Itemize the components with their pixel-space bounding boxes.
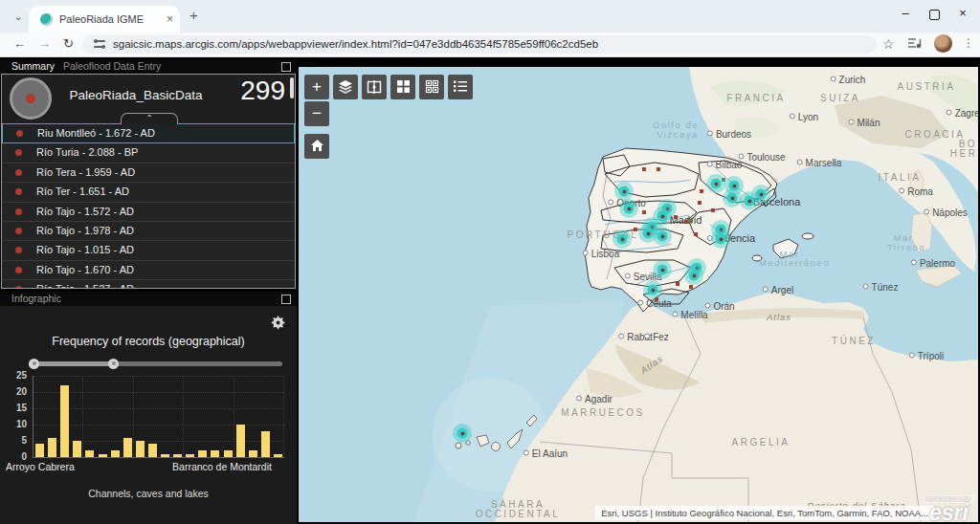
record-point-marker[interactable] bbox=[700, 189, 703, 193]
record-list-item[interactable]: Río Tajo - 1.670 - AD bbox=[2, 261, 295, 280]
bar[interactable] bbox=[186, 454, 194, 457]
settings-gear-icon[interactable] bbox=[270, 316, 285, 335]
browser-tab[interactable]: PaleoRiada IGME × bbox=[29, 6, 180, 33]
back-icon[interactable]: ← bbox=[13, 36, 26, 51]
paleoflood-cluster-marker[interactable] bbox=[643, 229, 654, 239]
range-slider[interactable] bbox=[29, 361, 282, 366]
paleoflood-cluster-marker[interactable] bbox=[689, 271, 700, 281]
bar[interactable] bbox=[274, 454, 282, 457]
green-point-marker[interactable] bbox=[722, 178, 725, 182]
home-button[interactable] bbox=[304, 134, 329, 159]
add-data-icon[interactable] bbox=[419, 75, 444, 99]
record-point-marker[interactable] bbox=[694, 232, 698, 236]
tab-paleoflood-data-entry[interactable]: Paleoflood Data Entry bbox=[63, 60, 161, 72]
paleoflood-cluster-marker[interactable] bbox=[657, 265, 668, 275]
basemap bbox=[299, 67, 978, 522]
record-point-marker[interactable] bbox=[655, 297, 658, 301]
paleoflood-cluster-marker[interactable] bbox=[648, 285, 658, 295]
record-point-marker[interactable] bbox=[657, 167, 660, 171]
maximize-icon[interactable] bbox=[924, 6, 944, 23]
paleoflood-cluster-marker[interactable] bbox=[756, 189, 767, 200]
paleoflood-cluster-marker[interactable] bbox=[619, 186, 630, 197]
record-list-item[interactable]: Río Tajo - 1.015 - AD bbox=[2, 241, 295, 260]
record-list-item[interactable]: Río Tajo - 1.978 - AD bbox=[2, 222, 295, 241]
bar[interactable] bbox=[161, 454, 169, 457]
new-tab-icon[interactable]: + bbox=[189, 7, 198, 23]
list-scrollbar[interactable] bbox=[290, 77, 294, 98]
avatar[interactable] bbox=[934, 34, 952, 53]
record-point-marker[interactable] bbox=[674, 215, 678, 219]
bar[interactable] bbox=[236, 425, 245, 457]
record-list-item[interactable]: Río Tajo - 1.527 - AD bbox=[2, 280, 295, 288]
swipe-icon[interactable] bbox=[362, 75, 387, 99]
collapse-summary-icon[interactable]: ⌃ bbox=[121, 113, 178, 124]
record-point-marker[interactable] bbox=[711, 208, 715, 212]
legend-icon[interactable] bbox=[448, 75, 473, 99]
address-bar[interactable]: sgaicsic.maps.arcgis.com/apps/webappview… bbox=[82, 35, 877, 54]
record-point-marker[interactable] bbox=[642, 167, 646, 171]
slider-handle-right[interactable] bbox=[108, 359, 119, 369]
bookmark-star-icon[interactable]: ☆ bbox=[882, 36, 895, 52]
paleoflood-cluster-marker[interactable] bbox=[657, 211, 668, 222]
bar[interactable] bbox=[198, 450, 207, 457]
bar[interactable] bbox=[35, 444, 44, 457]
bar[interactable] bbox=[136, 441, 145, 457]
map-canvas[interactable]: ZurichAUSTRIAFRANCIASUIZALyonMilánZagreb… bbox=[299, 67, 978, 522]
minimize-icon[interactable]: – bbox=[896, 6, 915, 20]
paleoflood-cluster-marker[interactable] bbox=[745, 196, 755, 207]
bar[interactable] bbox=[111, 450, 120, 457]
bar[interactable] bbox=[48, 438, 56, 457]
bar[interactable] bbox=[249, 450, 257, 457]
menu-icon[interactable]: ⋮ bbox=[963, 36, 974, 50]
bar[interactable] bbox=[73, 441, 81, 457]
tab-search-icon[interactable]: ⌄ bbox=[10, 9, 27, 26]
paleoflood-cluster-marker[interactable] bbox=[657, 231, 668, 242]
zoom-out-button[interactable]: − bbox=[304, 101, 329, 126]
record-point-marker[interactable] bbox=[642, 210, 646, 214]
layer-symbol-icon bbox=[10, 77, 52, 120]
record-label: Río Tajo - 1.978 - AD bbox=[36, 225, 134, 236]
tab-summary[interactable]: Summary bbox=[11, 60, 55, 72]
bar[interactable] bbox=[85, 450, 94, 457]
reload-icon[interactable]: ↻ bbox=[63, 36, 74, 51]
record-point-marker[interactable] bbox=[676, 282, 679, 286]
layers-icon[interactable] bbox=[333, 75, 358, 99]
bar[interactable] bbox=[99, 454, 107, 457]
paleoflood-cluster-marker[interactable] bbox=[457, 428, 468, 439]
record-list-item[interactable]: Río Ter - 1.651 - AD bbox=[2, 183, 295, 202]
bar[interactable] bbox=[211, 450, 219, 457]
side-panel-icon[interactable] bbox=[907, 36, 922, 53]
bar[interactable] bbox=[123, 438, 132, 457]
bar[interactable] bbox=[224, 450, 233, 457]
record-list-item[interactable]: Riu Montlleó - 1.672 - AD bbox=[2, 123, 295, 143]
paleoflood-cluster-marker[interactable] bbox=[727, 193, 738, 204]
close-tab-icon[interactable]: × bbox=[167, 12, 173, 26]
paleoflood-cluster-marker[interactable] bbox=[716, 234, 726, 245]
bar[interactable] bbox=[60, 385, 69, 457]
record-point-marker[interactable] bbox=[684, 220, 688, 224]
close-icon[interactable]: × bbox=[953, 6, 972, 20]
expand-panel-icon[interactable] bbox=[281, 62, 291, 72]
expand-infographic-icon[interactable] bbox=[281, 295, 291, 304]
record-point-marker[interactable] bbox=[698, 201, 702, 205]
forward-icon[interactable]: → bbox=[38, 36, 51, 51]
record-list-item[interactable]: Río Tera - 1.959 - AD bbox=[2, 164, 295, 183]
paleoflood-cluster-marker[interactable] bbox=[617, 234, 628, 245]
record-point-marker[interactable] bbox=[634, 228, 637, 231]
zoom-in-button[interactable]: + bbox=[304, 75, 329, 99]
chart-title: Frequency of records (geographical) bbox=[0, 335, 297, 348]
paleoflood-cluster-marker[interactable] bbox=[711, 179, 722, 189]
bar[interactable] bbox=[261, 431, 270, 457]
record-list-item[interactable]: Río Turia - 2.088 - BP bbox=[2, 143, 295, 163]
slider-handle-left[interactable] bbox=[29, 359, 39, 369]
bar[interactable] bbox=[173, 454, 182, 457]
record-list-item[interactable]: Río Tajo - 1.572 - AD bbox=[2, 203, 295, 222]
site-info-tune-icon[interactable] bbox=[94, 40, 105, 49]
record-point-marker[interactable] bbox=[689, 285, 693, 289]
bar[interactable] bbox=[148, 444, 157, 457]
green-point-marker[interactable] bbox=[689, 219, 693, 223]
paleoflood-cluster-marker[interactable] bbox=[624, 204, 635, 214]
record-label: Río Tajo - 1.670 - AD bbox=[36, 264, 134, 275]
paleoflood-cluster-marker[interactable] bbox=[729, 181, 740, 191]
basemap-gallery-icon[interactable] bbox=[390, 75, 415, 99]
